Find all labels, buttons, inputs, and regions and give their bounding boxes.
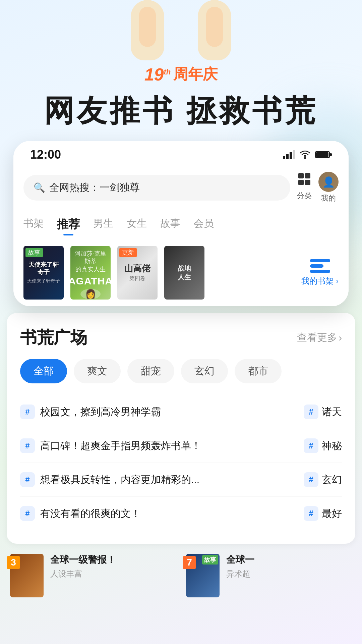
pill-cool[interactable]: 爽文	[74, 359, 121, 383]
category-icon	[297, 172, 312, 190]
search-placeholder: 全网热搜：一剑独尊	[49, 181, 140, 195]
section-more-button[interactable]: 查看更多 ›	[297, 331, 342, 344]
book-item-2[interactable]: 阿加莎·克里斯蒂的真实人生 AGATHA 👩	[70, 246, 111, 300]
shelf-text: 我的书架 ›	[301, 276, 339, 286]
nav-tabs: 书架 推荐 男生 女生 故事 会员	[13, 210, 349, 239]
shelf-bar-3	[310, 270, 330, 273]
rec-info-2: 全球一 异术超	[226, 554, 254, 579]
battery-icon	[315, 150, 332, 159]
status-bar: 12:00	[13, 141, 349, 165]
discussion-right-2: # 神秘	[304, 438, 342, 453]
rec-desc-1: 人设丰富	[50, 569, 116, 579]
rec-cover-1: 3	[10, 554, 44, 597]
bookshelf-section: 故事 天使来了轩奇子 天使来了轩奇子 阿加莎·克里斯蒂的真实人生 AGATHA …	[13, 239, 349, 306]
discussion-right-4: # 最好	[304, 506, 342, 521]
category-action[interactable]: 分类	[297, 172, 312, 203]
hash-icon-right-3: #	[304, 472, 318, 487]
shuhuang-section: 书荒广场 查看更多 › 全部 爽文 甜宠 玄幻 都市 # 校园文，擦到高冷男神学…	[7, 313, 355, 544]
hero-section: 19th 周年庆 网友推书 拯救书荒	[0, 0, 362, 141]
anniversary-label: 周年庆	[173, 64, 218, 84]
main-title: 网友推书 拯救书荒	[44, 94, 318, 127]
discussion-item-3[interactable]: # 想看极具反转性，内容更加精彩的... # 玄幻	[20, 463, 342, 497]
pill-all[interactable]: 全部	[20, 359, 67, 383]
mine-label: 我的	[321, 193, 336, 203]
discussion-item-2[interactable]: # 高口碑！超爽金手指男频轰炸书单！ # 神秘	[20, 429, 342, 463]
search-box[interactable]: 🔍 全网热搜：一剑独尊	[23, 175, 290, 201]
status-icons	[283, 150, 332, 159]
mine-action[interactable]: 👤 我的	[318, 172, 339, 203]
section-header: 书荒广场 查看更多 ›	[20, 326, 342, 349]
discussion-text-1: 校园文，擦到高冷男神学霸	[40, 405, 298, 419]
hash-icon-1: #	[20, 405, 35, 419]
discussion-item-4[interactable]: # 有没有看的很爽的文！ # 最好	[20, 497, 342, 530]
book-item-3[interactable]: 更新 山高佬 第四卷	[117, 246, 158, 300]
signal-icon	[283, 150, 295, 159]
my-shelf-button[interactable]: 我的书架 ›	[301, 259, 339, 286]
discussion-tag-4: 最好	[322, 507, 342, 521]
pill-fantasy[interactable]: 玄幻	[181, 359, 228, 383]
discussion-item-1[interactable]: # 校园文，擦到高冷男神学霸 # 诸天	[20, 395, 342, 429]
discussion-list: # 校园文，擦到高冷男神学霸 # 诸天 # 高口碑！超爽金手指男频轰炸书单！ #…	[20, 395, 342, 530]
hash-icon-2: #	[20, 438, 35, 453]
rec-item-2[interactable]: 7 故事 全球一 异术超	[186, 554, 352, 597]
tab-story[interactable]: 故事	[160, 213, 180, 235]
tab-vip[interactable]: 会员	[194, 213, 214, 235]
discussion-right-3: # 玄幻	[304, 472, 342, 487]
svg-rect-0	[283, 156, 285, 159]
discussion-right-1: # 诸天	[304, 405, 342, 419]
search-actions: 分类 👤 我的	[297, 172, 339, 203]
discussion-tag-3: 玄幻	[322, 473, 342, 487]
bottom-recommendations: 3 全球一级警报！ 人设丰富 7 故事 全球一 异术超	[0, 544, 362, 607]
tab-male[interactable]: 男生	[93, 213, 113, 235]
pill-city[interactable]: 都市	[235, 359, 282, 383]
shelf-bar-2	[310, 264, 323, 268]
discussion-tag-2: 神秘	[322, 439, 342, 453]
rec-title-2: 全球一	[226, 554, 254, 566]
rabbit-ears-decoration	[114, 0, 248, 67]
rec-badge-2: 故事	[202, 555, 218, 565]
search-icon: 🔍	[34, 182, 45, 193]
discussion-tag-1: 诸天	[322, 405, 342, 419]
svg-rect-2	[290, 152, 292, 159]
rec-title-1: 全球一级警报！	[50, 554, 116, 566]
hash-icon-right-1: #	[304, 405, 318, 419]
book-item-1[interactable]: 故事 天使来了轩奇子 天使来了轩奇子	[23, 246, 64, 300]
wifi-icon	[299, 150, 311, 159]
tab-bookshelf[interactable]: 书架	[23, 213, 44, 235]
hash-icon-4: #	[20, 506, 35, 521]
tab-female[interactable]: 女生	[127, 213, 147, 235]
shelf-icon	[310, 259, 330, 273]
avatar-icon: 👤	[318, 172, 339, 192]
status-time: 12:00	[30, 148, 61, 162]
section-title: 书荒广场	[20, 326, 87, 349]
rec-rank-2: 7	[183, 556, 196, 569]
hash-icon-right-2: #	[304, 438, 318, 453]
section-more-label: 查看更多	[297, 331, 337, 344]
tab-recommend[interactable]: 推荐	[57, 213, 80, 235]
svg-rect-12	[305, 180, 310, 185]
svg-rect-1	[286, 154, 289, 159]
phone-mockup: 12:00	[13, 141, 349, 306]
category-pills: 全部 爽文 甜宠 玄幻 都市	[20, 359, 342, 383]
anniversary-number: 19th	[144, 66, 171, 83]
svg-rect-9	[298, 173, 304, 178]
section-more-arrow: ›	[339, 332, 342, 343]
rec-rank-1: 3	[7, 556, 20, 569]
svg-rect-11	[298, 180, 304, 185]
hash-icon-right-4: #	[304, 506, 318, 521]
anniversary-badge: 19th 周年庆	[144, 64, 218, 84]
svg-rect-8	[330, 153, 332, 156]
left-ear	[131, 0, 164, 60]
discussion-text-4: 有没有看的很爽的文！	[40, 506, 298, 521]
rec-cover-2: 7 故事	[186, 554, 220, 597]
svg-rect-7	[316, 152, 328, 157]
svg-point-4	[304, 157, 306, 159]
discussion-text-3: 想看极具反转性，内容更加精彩的...	[40, 473, 298, 487]
pill-sweet[interactable]: 甜宠	[127, 359, 174, 383]
book-item-4[interactable]: 战地人生	[164, 246, 204, 300]
rec-item-1[interactable]: 3 全球一级警报！ 人设丰富	[10, 554, 176, 597]
svg-rect-10	[305, 173, 310, 178]
discussion-text-2: 高口碑！超爽金手指男频轰炸书单！	[40, 439, 298, 453]
shelf-bar-1	[310, 259, 330, 262]
hash-icon-3: #	[20, 472, 35, 487]
